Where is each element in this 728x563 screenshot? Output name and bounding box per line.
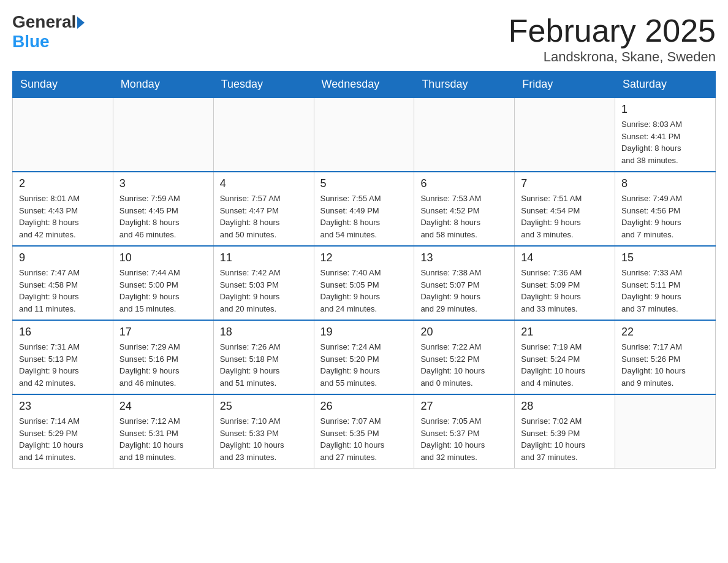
week-row-1: 1Sunrise: 8:03 AM Sunset: 4:41 PM Daylig… [13, 98, 716, 172]
day-info: Sunrise: 7:53 AM Sunset: 4:52 PM Dayligh… [420, 194, 481, 239]
day-info: Sunrise: 7:17 AM Sunset: 5:26 PM Dayligh… [621, 342, 686, 388]
day-cell: 23Sunrise: 7:14 AM Sunset: 5:29 PM Dayli… [13, 394, 113, 469]
day-info: Sunrise: 7:07 AM Sunset: 5:35 PM Dayligh… [320, 416, 385, 462]
col-header-wednesday: Wednesday [314, 72, 414, 98]
day-number: 8 [621, 177, 709, 190]
day-cell: 10Sunrise: 7:44 AM Sunset: 5:00 PM Dayli… [113, 246, 213, 320]
col-header-sunday: Sunday [13, 72, 113, 98]
day-number: 1 [621, 103, 709, 116]
day-number: 25 [220, 400, 308, 413]
calendar-table: SundayMondayTuesdayWednesdayThursdayFrid… [12, 71, 716, 469]
day-number: 26 [320, 400, 408, 413]
day-info: Sunrise: 7:24 AM Sunset: 5:20 PM Dayligh… [320, 342, 381, 388]
day-cell: 26Sunrise: 7:07 AM Sunset: 5:35 PM Dayli… [314, 394, 414, 469]
page-header: General Blue February 2025 Landskrona, S… [12, 12, 716, 65]
logo-general-text: General [12, 12, 76, 32]
day-info: Sunrise: 7:14 AM Sunset: 5:29 PM Dayligh… [19, 416, 83, 462]
day-info: Sunrise: 7:29 AM Sunset: 5:16 PM Dayligh… [119, 342, 180, 388]
day-info: Sunrise: 7:59 AM Sunset: 4:45 PM Dayligh… [119, 194, 180, 239]
day-cell: 6Sunrise: 7:53 AM Sunset: 4:52 PM Daylig… [414, 172, 515, 246]
day-number: 7 [521, 177, 609, 190]
day-info: Sunrise: 7:36 AM Sunset: 5:09 PM Dayligh… [521, 268, 582, 313]
day-cell: 7Sunrise: 7:51 AM Sunset: 4:54 PM Daylig… [515, 172, 615, 246]
day-number: 24 [119, 400, 207, 413]
week-row-2: 2Sunrise: 8:01 AM Sunset: 4:43 PM Daylig… [13, 172, 716, 246]
day-number: 21 [521, 326, 609, 339]
col-header-monday: Monday [113, 72, 213, 98]
day-number: 4 [220, 177, 308, 190]
day-cell: 2Sunrise: 8:01 AM Sunset: 4:43 PM Daylig… [13, 172, 113, 246]
title-section: February 2025 Landskrona, Skane, Sweden [509, 12, 716, 65]
day-number: 27 [420, 400, 508, 413]
day-cell: 1Sunrise: 8:03 AM Sunset: 4:41 PM Daylig… [615, 98, 716, 172]
day-cell: 11Sunrise: 7:42 AM Sunset: 5:03 PM Dayli… [213, 246, 314, 320]
day-number: 17 [119, 326, 207, 339]
day-number: 20 [420, 326, 508, 339]
day-info: Sunrise: 7:42 AM Sunset: 5:03 PM Dayligh… [220, 268, 281, 313]
day-cell: 3Sunrise: 7:59 AM Sunset: 4:45 PM Daylig… [113, 172, 213, 246]
day-number: 13 [420, 251, 508, 264]
day-number: 23 [19, 400, 107, 413]
day-number: 9 [19, 251, 107, 264]
day-number: 11 [220, 251, 308, 264]
day-number: 12 [320, 251, 408, 264]
day-cell: 5Sunrise: 7:55 AM Sunset: 4:49 PM Daylig… [314, 172, 414, 246]
day-number: 6 [420, 177, 508, 190]
day-cell: 28Sunrise: 7:02 AM Sunset: 5:39 PM Dayli… [515, 394, 615, 469]
day-info: Sunrise: 7:38 AM Sunset: 5:07 PM Dayligh… [420, 268, 481, 313]
day-cell: 25Sunrise: 7:10 AM Sunset: 5:33 PM Dayli… [213, 394, 314, 469]
day-cell: 21Sunrise: 7:19 AM Sunset: 5:24 PM Dayli… [515, 320, 615, 394]
day-cell [13, 98, 113, 172]
day-info: Sunrise: 7:51 AM Sunset: 4:54 PM Dayligh… [521, 194, 582, 239]
day-info: Sunrise: 7:44 AM Sunset: 5:00 PM Dayligh… [119, 268, 180, 313]
day-cell [414, 98, 515, 172]
col-header-friday: Friday [515, 72, 615, 98]
week-row-3: 9Sunrise: 7:47 AM Sunset: 4:58 PM Daylig… [13, 246, 716, 320]
day-info: Sunrise: 7:40 AM Sunset: 5:05 PM Dayligh… [320, 268, 381, 313]
day-cell: 24Sunrise: 7:12 AM Sunset: 5:31 PM Dayli… [113, 394, 213, 469]
day-number: 15 [621, 251, 709, 264]
day-cell: 18Sunrise: 7:26 AM Sunset: 5:18 PM Dayli… [213, 320, 314, 394]
logo-blue-text: Blue [12, 32, 50, 52]
day-number: 16 [19, 326, 107, 339]
day-info: Sunrise: 7:31 AM Sunset: 5:13 PM Dayligh… [19, 342, 80, 388]
day-info: Sunrise: 7:02 AM Sunset: 5:39 PM Dayligh… [521, 416, 585, 462]
calendar-header-row: SundayMondayTuesdayWednesdayThursdayFrid… [13, 72, 716, 98]
day-cell [515, 98, 615, 172]
day-number: 18 [220, 326, 308, 339]
day-info: Sunrise: 7:55 AM Sunset: 4:49 PM Dayligh… [320, 194, 381, 239]
day-number: 5 [320, 177, 408, 190]
day-cell: 15Sunrise: 7:33 AM Sunset: 5:11 PM Dayli… [615, 246, 716, 320]
day-info: Sunrise: 7:26 AM Sunset: 5:18 PM Dayligh… [220, 342, 281, 388]
logo-arrow-icon [77, 17, 85, 29]
day-cell [314, 98, 414, 172]
day-info: Sunrise: 7:33 AM Sunset: 5:11 PM Dayligh… [621, 268, 682, 313]
day-number: 22 [621, 326, 709, 339]
day-info: Sunrise: 7:47 AM Sunset: 4:58 PM Dayligh… [19, 268, 80, 313]
week-row-5: 23Sunrise: 7:14 AM Sunset: 5:29 PM Dayli… [13, 394, 716, 469]
day-number: 3 [119, 177, 207, 190]
day-cell: 22Sunrise: 7:17 AM Sunset: 5:26 PM Dayli… [615, 320, 716, 394]
day-cell: 12Sunrise: 7:40 AM Sunset: 5:05 PM Dayli… [314, 246, 414, 320]
day-cell: 9Sunrise: 7:47 AM Sunset: 4:58 PM Daylig… [13, 246, 113, 320]
day-info: Sunrise: 7:57 AM Sunset: 4:47 PM Dayligh… [220, 194, 281, 239]
day-number: 28 [521, 400, 609, 413]
day-number: 2 [19, 177, 107, 190]
day-cell: 14Sunrise: 7:36 AM Sunset: 5:09 PM Dayli… [515, 246, 615, 320]
day-cell: 20Sunrise: 7:22 AM Sunset: 5:22 PM Dayli… [414, 320, 515, 394]
day-cell: 27Sunrise: 7:05 AM Sunset: 5:37 PM Dayli… [414, 394, 515, 469]
col-header-tuesday: Tuesday [213, 72, 314, 98]
day-number: 10 [119, 251, 207, 264]
col-header-saturday: Saturday [615, 72, 716, 98]
day-cell: 17Sunrise: 7:29 AM Sunset: 5:16 PM Dayli… [113, 320, 213, 394]
col-header-thursday: Thursday [414, 72, 515, 98]
day-cell: 4Sunrise: 7:57 AM Sunset: 4:47 PM Daylig… [213, 172, 314, 246]
day-cell [113, 98, 213, 172]
day-number: 19 [320, 326, 408, 339]
day-info: Sunrise: 7:12 AM Sunset: 5:31 PM Dayligh… [119, 416, 184, 462]
location: Landskrona, Skane, Sweden [509, 49, 716, 65]
day-cell [213, 98, 314, 172]
day-cell: 16Sunrise: 7:31 AM Sunset: 5:13 PM Dayli… [13, 320, 113, 394]
day-cell: 19Sunrise: 7:24 AM Sunset: 5:20 PM Dayli… [314, 320, 414, 394]
day-info: Sunrise: 7:05 AM Sunset: 5:37 PM Dayligh… [420, 416, 485, 462]
